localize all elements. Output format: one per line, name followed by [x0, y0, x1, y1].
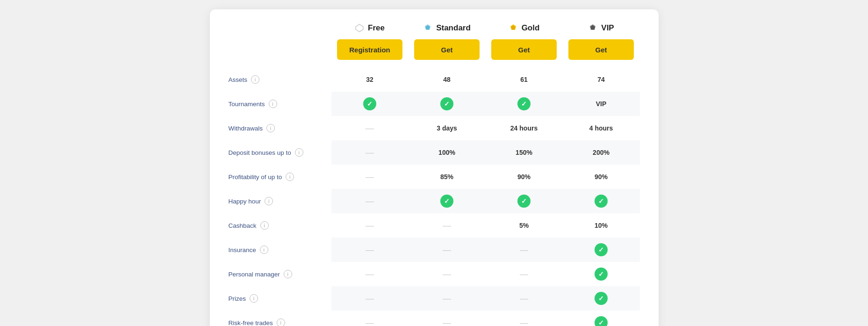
tier-name-gold: Gold	[509, 23, 540, 33]
row-label-text: Cashback	[229, 222, 257, 229]
tier-name-standard: Standard	[423, 23, 471, 33]
cell-0-1: 48	[409, 67, 486, 92]
row-label-text: Deposit bonuses up to	[229, 149, 291, 156]
cell-value: 74	[597, 76, 605, 83]
vip-label: VIP	[596, 100, 607, 108]
check-icon: ✓	[517, 195, 531, 208]
info-icon[interactable]: i	[286, 173, 294, 181]
dash-value: —	[366, 172, 374, 182]
cell-1-3: VIP	[563, 92, 640, 116]
cell-6-1: —	[409, 213, 486, 238]
row-label-text: Assets	[229, 76, 248, 83]
row-label-2: Withdrawalsi	[229, 119, 331, 137]
pricing-card: FreeRegistrationStandardGetGoldGetVIPGet…	[210, 9, 659, 326]
cell-10-2: —	[486, 311, 563, 326]
dash-value: —	[366, 221, 374, 231]
table-row: Cashbacki——5%10%	[229, 213, 640, 238]
tier-header-gold: GoldGet	[486, 23, 563, 60]
cell-1-1: ✓	[409, 92, 486, 116]
row-label-0: Assetsi	[229, 71, 331, 88]
cell-value: 5%	[519, 222, 529, 229]
row-label-text: Happy hour	[229, 198, 261, 205]
check-icon: ✓	[440, 97, 453, 110]
cell-9-0: —	[331, 286, 409, 311]
cell-10-0: —	[331, 311, 409, 326]
tier-button-standard[interactable]: Get	[414, 39, 480, 60]
row-label-4: Profitability of up toi	[229, 168, 331, 186]
info-icon[interactable]: i	[265, 197, 273, 205]
dash-value: —	[443, 245, 451, 255]
row-label-text: Personal manager	[229, 271, 280, 278]
info-icon[interactable]: i	[269, 100, 277, 108]
dash-value: —	[443, 221, 451, 231]
row-label-10: Risk-free tradesi	[229, 314, 331, 326]
cell-3-0: —	[331, 140, 409, 165]
cell-0-3: 74	[563, 67, 640, 92]
cell-4-3: 90%	[563, 165, 640, 189]
cell-value: 90%	[517, 173, 531, 181]
check-icon: ✓	[595, 316, 608, 326]
cell-1-0: ✓	[331, 92, 409, 116]
check-icon: ✓	[517, 97, 531, 110]
row-label-text: Risk-free trades	[229, 319, 273, 326]
cell-3-2: 150%	[486, 140, 563, 165]
dash-value: —	[443, 318, 451, 326]
info-icon[interactable]: i	[251, 75, 259, 84]
cell-0-0: 32	[331, 67, 409, 92]
cell-value: 10%	[595, 222, 608, 229]
dash-value: —	[443, 294, 451, 304]
cell-3-3: 200%	[563, 140, 640, 165]
cell-value: 90%	[595, 173, 608, 181]
cell-10-3: ✓	[563, 311, 640, 326]
dash-value: —	[366, 318, 374, 326]
info-icon[interactable]: i	[266, 124, 275, 132]
row-label-text: Prizes	[229, 295, 246, 302]
cell-value: 61	[520, 76, 528, 83]
cell-5-2: ✓	[486, 189, 563, 213]
info-icon[interactable]: i	[260, 246, 268, 254]
cell-2-3: 4 hours	[563, 116, 640, 140]
table-row: Happy houri—✓✓✓	[229, 189, 640, 213]
cell-9-3: ✓	[563, 286, 640, 311]
tier-button-vip[interactable]: Get	[568, 39, 634, 60]
tier-button-gold[interactable]: Get	[491, 39, 557, 60]
dash-value: —	[366, 196, 374, 206]
dash-value: —	[443, 269, 451, 279]
info-icon[interactable]: i	[277, 319, 285, 326]
cell-value: 4 hours	[589, 124, 613, 132]
cell-10-1: —	[409, 311, 486, 326]
table-row: Personal manageri———✓	[229, 262, 640, 286]
cell-value: 48	[443, 76, 451, 83]
check-icon: ✓	[595, 195, 608, 208]
table-row: Insurancei———✓	[229, 238, 640, 262]
tier-name-vip: VIP	[588, 23, 614, 33]
table-row: Prizesi———✓	[229, 286, 640, 311]
info-icon[interactable]: i	[250, 294, 258, 303]
check-icon: ✓	[363, 97, 376, 110]
row-label-8: Personal manageri	[229, 265, 331, 283]
cell-3-1: 100%	[409, 140, 486, 165]
row-label-5: Happy houri	[229, 192, 331, 210]
cell-value: 85%	[440, 173, 453, 181]
table-row: Withdrawalsi—3 days24 hours4 hours	[229, 116, 640, 140]
dash-value: —	[366, 269, 374, 279]
dash-value: —	[520, 269, 528, 279]
tier-button-free[interactable]: Registration	[337, 39, 402, 60]
table-row: Tournamentsi✓✓✓VIP	[229, 92, 640, 116]
tier-label: Gold	[522, 23, 540, 33]
cell-value: 100%	[438, 149, 455, 156]
tier-label: Free	[368, 23, 385, 33]
tier-header-free: FreeRegistration	[331, 23, 409, 60]
row-label-text: Profitability of up to	[229, 174, 282, 181]
cell-value: 3 days	[437, 124, 457, 132]
cell-7-0: —	[331, 238, 409, 262]
cell-value: 32	[366, 76, 373, 83]
info-icon[interactable]: i	[260, 221, 269, 230]
comparison-table: Assetsi32486174Tournamentsi✓✓✓VIPWithdra…	[229, 67, 640, 326]
row-label-6: Cashbacki	[229, 217, 331, 234]
cell-4-2: 90%	[486, 165, 563, 189]
info-icon[interactable]: i	[295, 148, 303, 157]
check-icon: ✓	[595, 292, 608, 305]
info-icon[interactable]: i	[284, 270, 292, 278]
row-label-text: Insurance	[229, 246, 256, 254]
